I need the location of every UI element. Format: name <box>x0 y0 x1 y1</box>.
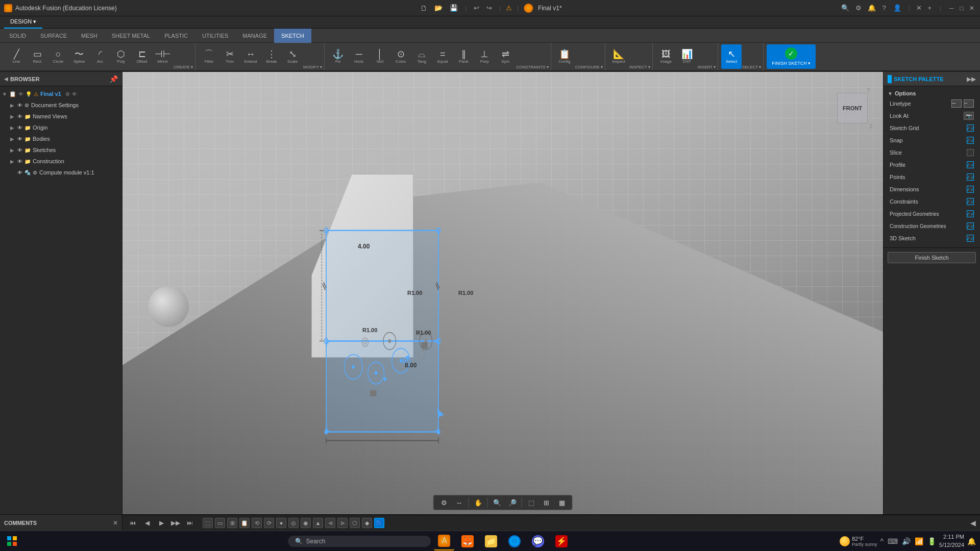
tool-insert-img[interactable]: 🖼Image <box>656 44 676 69</box>
tree-item-origin[interactable]: ▶ 👁 📁 Origin <box>0 122 122 133</box>
tree-item-construction[interactable]: ▶ 👁 📁 Construction <box>0 156 122 167</box>
tool-coinc[interactable]: ⊙Coinc <box>390 44 411 69</box>
timeline-icon-3[interactable]: ⊞ <box>227 518 237 528</box>
browser-pin[interactable]: 📌 <box>109 75 118 83</box>
tool-parallel[interactable]: ∥Paral <box>453 44 474 69</box>
systray-arrow[interactable]: ^ <box>880 537 884 545</box>
anim-btn-end[interactable]: ⏭ <box>184 517 196 529</box>
timeline-icon-10[interactable]: ▲ <box>313 518 323 528</box>
tool-scale[interactable]: ⤡Scale <box>282 44 303 69</box>
save-btn[interactable]: 💾 <box>448 4 460 12</box>
tool-perp[interactable]: ⊥Perp <box>474 44 495 69</box>
check-snap[interactable]: ✓ <box>967 137 974 144</box>
redo-btn[interactable]: ↪ <box>484 4 494 12</box>
tool-horiz[interactable]: ─Horiz <box>349 44 369 69</box>
timeline-icon-1[interactable]: ⬚ <box>203 518 213 528</box>
tool-trim[interactable]: ✂Trim <box>219 44 240 69</box>
taskbar-app-discord[interactable]: 💬 <box>528 532 548 550</box>
open-btn[interactable]: 📂 <box>432 4 445 12</box>
tree-item-root[interactable]: ▼ 📋 👁 💡 ⚠ Final v1 ⚙ 👁 <box>0 88 122 99</box>
tool-offset[interactable]: ⊏Offset <box>132 44 152 69</box>
notification-bell[interactable]: 🔔 <box>967 537 976 545</box>
check-3dsketch[interactable]: ✓ <box>967 235 974 242</box>
tool-select[interactable]: ↖Select <box>721 44 742 69</box>
timeline-icon-6[interactable]: ⟳ <box>264 518 274 528</box>
view-cube-container[interactable]: Y FRONT Z <box>832 87 873 138</box>
tool-extend[interactable]: ↔Extend <box>240 44 261 69</box>
vp-btn-orbit[interactable]: ✋ <box>471 496 485 509</box>
tool-rect[interactable]: ▭Rect <box>27 44 47 69</box>
vp-btn-zoom[interactable]: 🔍 <box>490 496 504 509</box>
tool-break[interactable]: ⋮Break <box>261 44 282 69</box>
account-icon[interactable]: 👤 <box>890 4 904 12</box>
palette-options-header[interactable]: ▼ Options <box>884 89 980 97</box>
anim-btn-play[interactable]: ▶ <box>155 517 167 529</box>
timeline-icon-12[interactable]: ⊳ <box>337 518 348 528</box>
vp-btn-wireframe[interactable]: ⊞ <box>540 496 554 509</box>
tab-sheet-metal[interactable]: SHEET METAL <box>105 29 157 43</box>
tab-sketch[interactable]: SKETCH <box>274 29 311 43</box>
check-dimensions[interactable]: ✓ <box>967 186 974 193</box>
tool-vert[interactable]: │Vert <box>370 44 390 69</box>
tool-spline[interactable]: 〜Spline <box>69 44 89 69</box>
search-bar-win[interactable]: 🔍 Search <box>288 536 431 547</box>
tool-fillet[interactable]: ⌒Fillet <box>199 44 219 69</box>
tool-mirror[interactable]: ⊣⊢Mirror <box>153 44 173 69</box>
new-tab-btn[interactable]: + <box>926 4 934 12</box>
tree-arrow-sketches[interactable]: ▶ <box>10 147 15 153</box>
taskbar-app-browser[interactable]: 🦊 <box>457 532 478 550</box>
tool-polygon[interactable]: ⬡Poly <box>111 44 131 69</box>
timeline-expand[interactable]: ◀ <box>970 519 976 527</box>
timeline-icon-8[interactable]: ◎ <box>288 518 299 528</box>
systray-sound[interactable]: 🔊 <box>902 537 911 545</box>
tab-solid[interactable]: SOLID <box>2 29 33 43</box>
vp-btn-settings[interactable]: ⚙ <box>437 496 451 509</box>
check-projected[interactable]: ✓ <box>967 210 974 217</box>
tree-item-bodies[interactable]: ▶ 👁 📁 Bodies <box>0 133 122 144</box>
vp-btn-render[interactable]: ⬚ <box>524 496 538 509</box>
tool-equal[interactable]: =Equal <box>432 44 453 69</box>
vp-btn-grid-toggle[interactable]: ▦ <box>555 496 569 509</box>
tool-configure[interactable]: 📋Config <box>554 44 575 69</box>
search-icon-tb[interactable]: 🔍 <box>839 4 851 12</box>
check-points[interactable]: ✓ <box>967 173 974 181</box>
timeline-icon-9[interactable]: ◉ <box>301 518 311 528</box>
new-btn[interactable]: 🗋 <box>418 4 429 12</box>
check-construction[interactable]: ✓ <box>967 222 974 230</box>
lookat-btn[interactable]: 📷 <box>964 112 974 120</box>
tab-mesh[interactable]: MESH <box>74 29 105 43</box>
timeline-icon-15[interactable]: 🔵 <box>374 518 384 528</box>
linetype-solid-btn[interactable]: ─ <box>951 99 962 108</box>
systray-battery[interactable]: 🔋 <box>927 537 936 545</box>
tab-close-x[interactable]: ✕ <box>914 4 924 12</box>
viewport[interactable]: 4.00 8.00 R1.00 R1.00 R1.00 R1.00 Y FRON… <box>122 72 883 514</box>
taskbar-app-fusion[interactable]: A <box>434 532 454 550</box>
vp-btn-zoom-fit[interactable]: 🔎 <box>505 496 520 509</box>
tab-plastic[interactable]: PLASTIC <box>157 29 195 43</box>
tool-circle[interactable]: ○Circle <box>48 44 68 69</box>
tree-item-named-views[interactable]: ▶ 👁 📁 Named Views <box>0 111 122 122</box>
tool-line[interactable]: ╱Line <box>6 44 27 69</box>
tree-arrow-views[interactable]: ▶ <box>10 114 15 119</box>
timeline-icon-5[interactable]: ⟲ <box>252 518 262 528</box>
close-btn[interactable]: ✕ <box>968 4 976 12</box>
view-cube-face[interactable]: FRONT <box>837 93 868 123</box>
notification-icon[interactable]: 🔔 <box>866 4 878 12</box>
tree-item-compute[interactable]: ▶ 👁 🔩 ⚙ Compute module v1:1 <box>0 167 122 178</box>
minimize-btn[interactable]: ─ <box>947 4 955 12</box>
tool-arc[interactable]: ◜Arc <box>90 44 110 69</box>
check-slice[interactable]: ✓ <box>967 149 974 156</box>
timeline-icon-14[interactable]: ◆ <box>362 518 372 528</box>
tool-tangent[interactable]: ⌓Tang <box>411 44 432 69</box>
weather-widget[interactable]: 82°F Partly sunny <box>840 536 877 547</box>
anim-btn-start[interactable]: ⏮ <box>127 517 139 529</box>
vp-btn-display[interactable]: ↔ <box>452 496 467 509</box>
check-profile[interactable]: ✓ <box>967 161 974 168</box>
tree-item-doc-settings[interactable]: ▶ 👁 ⚙ Document Settings <box>0 99 122 111</box>
taskbar-app-edge[interactable]: 🌐 <box>504 532 525 550</box>
windows-start-btn[interactable] <box>4 533 20 549</box>
tree-arrow-construction[interactable]: ▶ <box>10 159 15 164</box>
timeline-icon-4[interactable]: 📋 <box>239 518 250 528</box>
systray-network[interactable]: 📶 <box>915 537 923 545</box>
tab-manage[interactable]: MANAGE <box>235 29 274 43</box>
